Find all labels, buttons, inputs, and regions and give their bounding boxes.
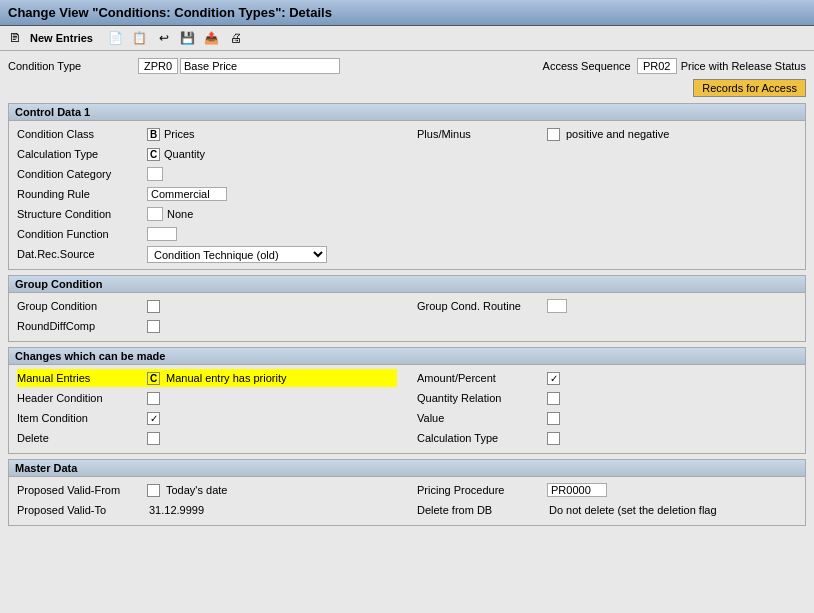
value-checkbox[interactable] [547, 412, 560, 425]
master-data-header: Master Data [9, 460, 805, 477]
master-data-section: Master Data Proposed Valid-From Today's … [8, 459, 806, 526]
value-label: Value [417, 412, 547, 424]
condition-type-name[interactable]: Base Price [180, 58, 340, 74]
print-icon[interactable]: 🖨 [227, 29, 245, 47]
proposed-valid-to-value: 31.12.9999 [149, 504, 204, 516]
group-condition-section: Group Condition Group Condition RoundDif… [8, 275, 806, 342]
proposed-valid-from-checkbox[interactable] [147, 484, 160, 497]
structure-condition-value: None [167, 208, 193, 220]
save-icon[interactable]: 💾 [179, 29, 197, 47]
dat-rec-source-select[interactable]: Condition Technique (old) [147, 246, 327, 263]
rounding-rule-label: Rounding Rule [17, 188, 147, 200]
proposed-valid-from-value: Today's date [166, 484, 227, 496]
manual-entries-value: Manual entry has priority [164, 372, 288, 384]
plus-minus-value: positive and negative [566, 128, 669, 140]
control-data-1-header: Control Data 1 [9, 104, 805, 121]
calculation-type-label: Calculation Type [17, 148, 147, 160]
condition-class-code[interactable]: B [147, 128, 160, 141]
delete-from-db-label: Delete from DB [417, 504, 547, 516]
proposed-valid-to-label: Proposed Valid-To [17, 504, 147, 516]
changes-header: Changes which can be made [9, 348, 805, 365]
delete-checkbox[interactable] [147, 432, 160, 445]
proposed-valid-from-label: Proposed Valid-From [17, 484, 147, 496]
changes-section: Changes which can be made Manual Entries… [8, 347, 806, 454]
condition-class-value: Prices [164, 128, 195, 140]
export-icon[interactable]: 📤 [203, 29, 221, 47]
item-condition-checkbox[interactable] [147, 412, 160, 425]
pricing-procedure-label: Pricing Procedure [417, 484, 547, 496]
structure-condition-input[interactable] [147, 207, 163, 221]
page-icon: 🖹 [6, 29, 24, 47]
amount-percent-label: Amount/Percent [417, 372, 547, 384]
condition-function-input[interactable] [147, 227, 177, 241]
round-diff-comp-checkbox[interactable] [147, 320, 160, 333]
header-condition-checkbox[interactable] [147, 392, 160, 405]
access-sequence-code[interactable]: PR02 [637, 58, 677, 74]
header-condition-label: Header Condition [17, 392, 147, 404]
manual-entries-label: Manual Entries [17, 372, 147, 384]
copy-icon[interactable]: 📄 [107, 29, 125, 47]
calculation-type-code[interactable]: C [147, 148, 160, 161]
group-condition-label: Group Condition [17, 300, 147, 312]
window-title: Change View "Conditions: Condition Types… [8, 5, 332, 20]
quantity-relation-checkbox[interactable] [547, 392, 560, 405]
group-condition-header: Group Condition [9, 276, 805, 293]
rounding-rule-input[interactable]: Commercial [147, 187, 227, 201]
control-data-1-section: Control Data 1 Condition Class B Prices … [8, 103, 806, 270]
plus-minus-label: Plus/Minus [417, 128, 547, 140]
pricing-procedure-input[interactable]: PR0000 [547, 483, 607, 497]
access-sequence-name: Price with Release Status [681, 60, 806, 72]
condition-class-label: Condition Class [17, 128, 147, 140]
calc-type-label: Calculation Type [417, 432, 547, 444]
calculation-type-value: Quantity [164, 148, 205, 160]
delete-label: Delete [17, 432, 147, 444]
dat-rec-source-label: Dat.Rec.Source [17, 248, 147, 260]
new-entries-label[interactable]: New Entries [30, 32, 93, 44]
condition-function-label: Condition Function [17, 228, 147, 240]
condition-type-code[interactable]: ZPR0 [138, 58, 178, 74]
round-diff-comp-label: RoundDiffComp [17, 320, 147, 332]
condition-category-label: Condition Category [17, 168, 147, 180]
condition-category-input[interactable] [147, 167, 163, 181]
toolbar: 🖹 New Entries 📄 📋 ↩ 💾 📤 🖨 [0, 26, 814, 51]
title-bar: Change View "Conditions: Condition Types… [0, 0, 814, 26]
item-condition-label: Item Condition [17, 412, 147, 424]
calc-type-checkbox[interactable] [547, 432, 560, 445]
structure-condition-label: Structure Condition [17, 208, 147, 220]
undo-icon[interactable]: ↩ [155, 29, 173, 47]
manual-entries-row: Manual Entries C Manual entry has priori… [17, 369, 397, 387]
group-condition-checkbox[interactable] [147, 300, 160, 313]
manual-entries-code[interactable]: C [147, 372, 160, 385]
plus-minus-checkbox[interactable] [547, 128, 560, 141]
access-sequence-label: Access Sequence [543, 60, 631, 72]
condition-type-label: Condition Type [8, 60, 138, 72]
records-for-access-button[interactable]: Records for Access [693, 79, 806, 97]
group-cond-routine-label: Group Cond. Routine [417, 300, 547, 312]
amount-percent-checkbox[interactable] [547, 372, 560, 385]
delete-from-db-value: Do not delete (set the deletion flag [549, 504, 717, 516]
quantity-relation-label: Quantity Relation [417, 392, 547, 404]
copy2-icon[interactable]: 📋 [131, 29, 149, 47]
group-cond-routine-input[interactable] [547, 299, 567, 313]
